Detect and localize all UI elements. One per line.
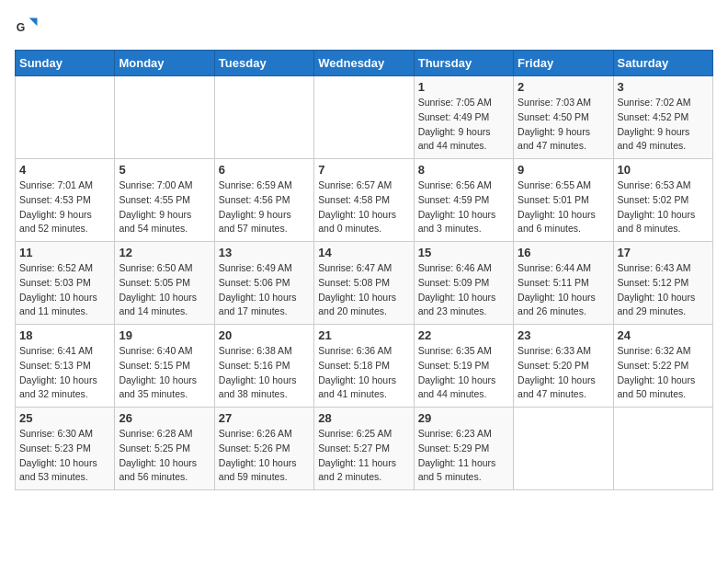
day-number: 3: [618, 80, 709, 94]
day-info: Sunrise: 6:47 AM Sunset: 5:08 PM Dayligh…: [318, 261, 409, 319]
day-info: Sunrise: 6:55 AM Sunset: 5:01 PM Dayligh…: [518, 178, 609, 236]
calendar-cell: [314, 76, 414, 159]
calendar-cell: 19Sunrise: 6:40 AM Sunset: 5:15 PM Dayli…: [115, 325, 214, 408]
svg-text:G: G: [17, 21, 26, 34]
day-number: 13: [219, 246, 310, 259]
day-info: Sunrise: 6:35 AM Sunset: 5:19 PM Dayligh…: [418, 344, 509, 402]
day-info: Sunrise: 6:43 AM Sunset: 5:12 PM Dayligh…: [618, 261, 709, 319]
calendar-cell: [115, 76, 214, 159]
day-info: Sunrise: 7:00 AM Sunset: 4:55 PM Dayligh…: [119, 178, 210, 236]
calendar-cell: 11Sunrise: 6:52 AM Sunset: 5:03 PM Dayli…: [16, 242, 115, 325]
day-info: Sunrise: 6:40 AM Sunset: 5:15 PM Dayligh…: [119, 344, 210, 402]
day-number: 10: [618, 163, 709, 177]
calendar-cell: [514, 408, 613, 490]
day-number: 9: [518, 163, 609, 177]
day-number: 20: [219, 328, 310, 342]
calendar-table: SundayMondayTuesdayWednesdayThursdayFrid…: [15, 50, 713, 490]
svg-marker-1: [29, 18, 38, 27]
day-number: 19: [119, 328, 210, 342]
calendar-cell: 25Sunrise: 6:30 AM Sunset: 5:23 PM Dayli…: [16, 408, 115, 490]
day-info: Sunrise: 7:03 AM Sunset: 4:50 PM Dayligh…: [518, 96, 609, 154]
day-number: 12: [119, 246, 210, 259]
day-number: 2: [518, 80, 609, 94]
day-info: Sunrise: 7:02 AM Sunset: 4:52 PM Dayligh…: [618, 96, 709, 154]
day-info: Sunrise: 6:56 AM Sunset: 4:59 PM Dayligh…: [418, 178, 509, 236]
day-info: Sunrise: 6:52 AM Sunset: 5:03 PM Dayligh…: [19, 261, 110, 319]
calendar-cell: 27Sunrise: 6:26 AM Sunset: 5:26 PM Dayli…: [214, 408, 313, 490]
calendar-cell: [613, 408, 712, 490]
calendar-cell: 9Sunrise: 6:55 AM Sunset: 5:01 PM Daylig…: [514, 159, 613, 242]
day-of-week-header: Wednesday: [314, 51, 414, 76]
day-of-week-header: Monday: [115, 51, 214, 76]
calendar-week-row: 11Sunrise: 6:52 AM Sunset: 5:03 PM Dayli…: [16, 242, 713, 325]
day-info: Sunrise: 6:23 AM Sunset: 5:29 PM Dayligh…: [418, 427, 509, 485]
day-number: 27: [219, 411, 310, 425]
day-info: Sunrise: 7:01 AM Sunset: 4:53 PM Dayligh…: [19, 178, 110, 236]
day-number: 23: [518, 328, 609, 342]
day-info: Sunrise: 6:44 AM Sunset: 5:11 PM Dayligh…: [518, 261, 609, 319]
day-of-week-header: Friday: [514, 51, 613, 76]
calendar-cell: 26Sunrise: 6:28 AM Sunset: 5:25 PM Dayli…: [115, 408, 214, 490]
day-info: Sunrise: 6:38 AM Sunset: 5:16 PM Dayligh…: [219, 344, 310, 402]
calendar-cell: 17Sunrise: 6:43 AM Sunset: 5:12 PM Dayli…: [613, 242, 712, 325]
day-info: Sunrise: 6:41 AM Sunset: 5:13 PM Dayligh…: [19, 344, 110, 402]
day-info: Sunrise: 6:26 AM Sunset: 5:26 PM Dayligh…: [219, 427, 310, 485]
calendar-cell: 21Sunrise: 6:36 AM Sunset: 5:18 PM Dayli…: [314, 325, 414, 408]
day-number: 18: [19, 328, 110, 342]
day-of-week-header: Sunday: [16, 51, 115, 76]
calendar-cell: 28Sunrise: 6:25 AM Sunset: 5:27 PM Dayli…: [314, 408, 414, 490]
calendar-cell: 22Sunrise: 6:35 AM Sunset: 5:19 PM Dayli…: [414, 325, 513, 408]
calendar-cell: 24Sunrise: 6:32 AM Sunset: 5:22 PM Dayli…: [613, 325, 712, 408]
day-info: Sunrise: 6:36 AM Sunset: 5:18 PM Dayligh…: [318, 344, 409, 402]
day-info: Sunrise: 6:49 AM Sunset: 5:06 PM Dayligh…: [219, 261, 310, 319]
calendar-cell: 8Sunrise: 6:56 AM Sunset: 4:59 PM Daylig…: [414, 159, 513, 242]
calendar-body: 1Sunrise: 7:05 AM Sunset: 4:49 PM Daylig…: [16, 76, 713, 490]
calendar-cell: 16Sunrise: 6:44 AM Sunset: 5:11 PM Dayli…: [514, 242, 613, 325]
day-number: 8: [418, 163, 509, 177]
day-number: 26: [119, 411, 210, 425]
calendar-cell: [214, 76, 313, 159]
calendar-cell: 14Sunrise: 6:47 AM Sunset: 5:08 PM Dayli…: [314, 242, 414, 325]
day-info: Sunrise: 6:25 AM Sunset: 5:27 PM Dayligh…: [318, 427, 409, 485]
day-info: Sunrise: 6:46 AM Sunset: 5:09 PM Dayligh…: [418, 261, 509, 319]
calendar-cell: 4Sunrise: 7:01 AM Sunset: 4:53 PM Daylig…: [16, 159, 115, 242]
calendar-cell: 10Sunrise: 6:53 AM Sunset: 5:02 PM Dayli…: [613, 159, 712, 242]
day-number: 21: [318, 328, 409, 342]
day-number: 24: [618, 328, 709, 342]
day-info: Sunrise: 6:50 AM Sunset: 5:05 PM Dayligh…: [119, 261, 210, 319]
day-info: Sunrise: 6:32 AM Sunset: 5:22 PM Dayligh…: [618, 344, 709, 402]
day-info: Sunrise: 6:57 AM Sunset: 4:58 PM Dayligh…: [318, 178, 409, 236]
page-header: G: [15, 15, 713, 40]
calendar-week-row: 1Sunrise: 7:05 AM Sunset: 4:49 PM Daylig…: [16, 76, 713, 159]
day-of-week-header: Saturday: [613, 51, 712, 76]
day-info: Sunrise: 6:59 AM Sunset: 4:56 PM Dayligh…: [219, 178, 310, 236]
day-number: 22: [418, 328, 509, 342]
day-of-week-header: Tuesday: [214, 51, 313, 76]
calendar-cell: 23Sunrise: 6:33 AM Sunset: 5:20 PM Dayli…: [514, 325, 613, 408]
calendar-cell: 15Sunrise: 6:46 AM Sunset: 5:09 PM Dayli…: [414, 242, 513, 325]
calendar-week-row: 4Sunrise: 7:01 AM Sunset: 4:53 PM Daylig…: [16, 159, 713, 242]
day-number: 17: [618, 246, 709, 259]
calendar-cell: 3Sunrise: 7:02 AM Sunset: 4:52 PM Daylig…: [613, 76, 712, 159]
calendar-cell: 6Sunrise: 6:59 AM Sunset: 4:56 PM Daylig…: [214, 159, 313, 242]
day-info: Sunrise: 6:30 AM Sunset: 5:23 PM Dayligh…: [19, 427, 110, 485]
day-number: 6: [219, 163, 310, 177]
calendar-cell: 13Sunrise: 6:49 AM Sunset: 5:06 PM Dayli…: [214, 242, 313, 325]
day-info: Sunrise: 6:53 AM Sunset: 5:02 PM Dayligh…: [618, 178, 709, 236]
calendar-week-row: 25Sunrise: 6:30 AM Sunset: 5:23 PM Dayli…: [16, 408, 713, 490]
calendar-cell: 29Sunrise: 6:23 AM Sunset: 5:29 PM Dayli…: [414, 408, 513, 490]
day-info: Sunrise: 7:05 AM Sunset: 4:49 PM Dayligh…: [418, 96, 509, 154]
day-number: 29: [418, 411, 509, 425]
day-number: 7: [318, 163, 409, 177]
calendar-cell: 18Sunrise: 6:41 AM Sunset: 5:13 PM Dayli…: [16, 325, 115, 408]
logo-icon: G: [15, 15, 40, 40]
day-number: 15: [418, 246, 509, 259]
day-number: 16: [518, 246, 609, 259]
day-number: 14: [318, 246, 409, 259]
logo: G: [15, 15, 44, 40]
calendar-cell: 7Sunrise: 6:57 AM Sunset: 4:58 PM Daylig…: [314, 159, 414, 242]
calendar-header: SundayMondayTuesdayWednesdayThursdayFrid…: [16, 51, 713, 76]
calendar-cell: [16, 76, 115, 159]
day-number: 11: [19, 246, 110, 259]
day-info: Sunrise: 6:28 AM Sunset: 5:25 PM Dayligh…: [119, 427, 210, 485]
